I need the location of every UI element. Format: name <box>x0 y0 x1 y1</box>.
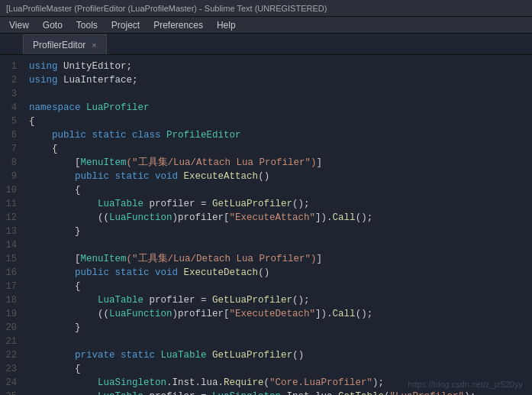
tab-label: ProfilerEditor <box>33 40 85 50</box>
title-bar-text: [LuaProfileMaster (ProfilerEditor (LuaPr… <box>6 4 327 13</box>
line-number: 16 <box>0 266 17 280</box>
line-number: 8 <box>0 156 17 170</box>
menu-item-project[interactable]: Project <box>105 18 146 32</box>
code-line: { <box>29 115 532 128</box>
code-line: } <box>29 321 532 335</box>
code-line: LuaTable profiler = GetLuaProfiler(); <box>29 293 532 307</box>
watermark: https://blog.csdn.net/z_jz520yy <box>408 380 523 389</box>
tab-bar: ProfilerEditor × <box>0 34 532 55</box>
code-line: [MenuItem("工具集/Lua/Attach Lua Profiler")… <box>29 156 532 170</box>
code-line: ((LuaFunction)profiler["ExecuteAttach"])… <box>29 211 532 225</box>
code-line: [MenuItem("工具集/Lua/Detach Lua Profiler")… <box>29 252 532 266</box>
line-number: 20 <box>0 321 17 335</box>
code-line <box>29 335 532 348</box>
menu-item-goto[interactable]: Goto <box>37 18 69 32</box>
line-number: 14 <box>0 238 17 252</box>
line-number: 24 <box>0 376 17 390</box>
code-line <box>29 87 532 101</box>
line-number: 18 <box>0 293 17 307</box>
menu-item-preferences[interactable]: Preferences <box>147 18 209 32</box>
line-number: 15 <box>0 252 17 266</box>
tab-close-button[interactable]: × <box>92 40 96 50</box>
line-number: 6 <box>0 128 17 142</box>
code-line: public static void ExecuteAttach() <box>29 170 532 183</box>
line-numbers: 1234567891011121314151617181920212223242… <box>0 55 23 395</box>
line-number: 13 <box>0 225 17 238</box>
line-number: 5 <box>0 115 17 128</box>
code-line: } <box>29 225 532 238</box>
line-number: 12 <box>0 211 17 225</box>
line-number: 25 <box>0 390 17 395</box>
tab-profilereditor[interactable]: ProfilerEditor × <box>23 34 107 54</box>
line-number: 21 <box>0 335 17 348</box>
line-number: 3 <box>0 87 17 101</box>
line-number: 17 <box>0 280 17 293</box>
code-line: public static class ProfileEditor <box>29 128 532 142</box>
menu-item-help[interactable]: Help <box>211 18 242 32</box>
code-line: LuaTable profiler = LuaSingleton.Inst.lu… <box>29 390 532 395</box>
code-line: { <box>29 280 532 293</box>
line-number: 23 <box>0 362 17 376</box>
code-line: private static LuaTable GetLuaProfiler() <box>29 348 532 362</box>
code-line: { <box>29 183 532 197</box>
code-line: LuaTable profiler = GetLuaProfiler(); <box>29 197 532 211</box>
line-number: 10 <box>0 183 17 197</box>
line-number: 1 <box>0 60 17 73</box>
code-line: ((LuaFunction)profiler["ExecuteDetach"])… <box>29 307 532 321</box>
code-line: { <box>29 362 532 376</box>
code-line: using UnityEditor; <box>29 60 532 73</box>
line-number: 19 <box>0 307 17 321</box>
menu-item-tools[interactable]: Tools <box>70 18 104 32</box>
code-line: { <box>29 142 532 156</box>
menu-bar: ViewGotoToolsProjectPreferencesHelp <box>0 17 532 34</box>
menu-item-view[interactable]: View <box>3 18 35 32</box>
code-line: public static void ExecuteDetach() <box>29 266 532 280</box>
line-number: 11 <box>0 197 17 211</box>
line-number: 7 <box>0 142 17 156</box>
code-line <box>29 238 532 252</box>
line-number: 4 <box>0 101 17 115</box>
code-line: using LuaInterface; <box>29 73 532 87</box>
code-area: 1234567891011121314151617181920212223242… <box>0 55 532 395</box>
code-content[interactable]: using UnityEditor;using LuaInterface; na… <box>23 55 532 395</box>
line-number: 9 <box>0 170 17 183</box>
line-number: 22 <box>0 348 17 362</box>
line-number: 2 <box>0 73 17 87</box>
title-bar: [LuaProfileMaster (ProfilerEditor (LuaPr… <box>0 0 532 17</box>
code-line: namespace LuaProfiler <box>29 101 532 115</box>
